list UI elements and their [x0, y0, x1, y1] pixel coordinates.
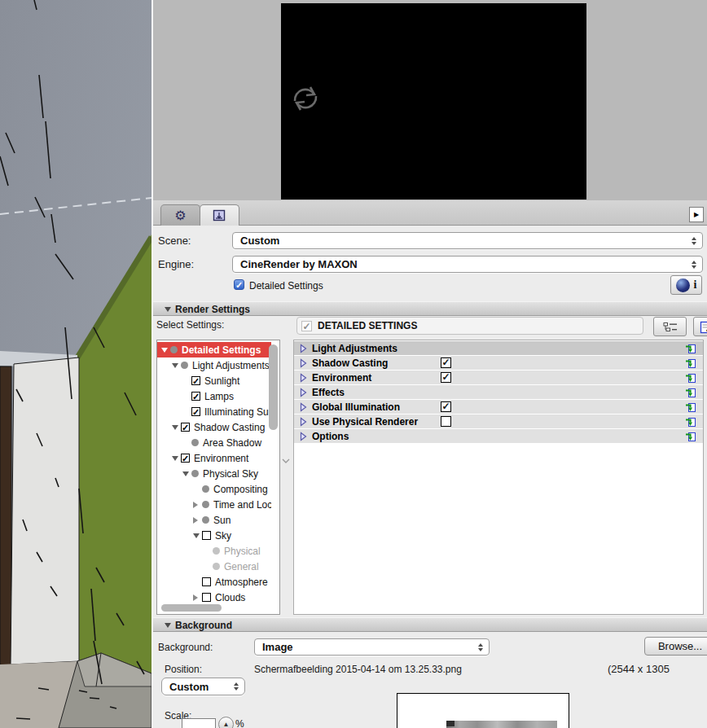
engine-select[interactable]: CineRender by MAXON [232, 256, 703, 273]
tree-item-label: Lamps [204, 391, 234, 402]
detail-row-options[interactable]: Options [294, 429, 703, 443]
disclosure-closed-icon[interactable] [300, 417, 307, 427]
import-settings-icon[interactable] [685, 343, 696, 354]
tree-item-clouds[interactable]: Clouds [157, 590, 271, 605]
import-settings-icon[interactable] [685, 416, 696, 428]
tab-size-settings[interactable] [200, 204, 239, 226]
background-form: Background: Image Browse... Position: Sc… [153, 632, 707, 728]
tree-item-environment[interactable]: ✓Environment [157, 450, 271, 466]
disclosure-open-icon[interactable] [161, 348, 170, 353]
tree-item-area-shadow[interactable]: Area Shadow [157, 435, 271, 450]
detail-row-shadow-casting[interactable]: Shadow Casting✓ [294, 356, 703, 370]
row-checkbox-checked[interactable]: ✓ [441, 401, 451, 412]
detail-row-effects[interactable]: Effects [294, 385, 703, 399]
tree-checkbox-unchecked[interactable] [202, 593, 211, 602]
tree-item-atmosphere[interactable]: Atmosphere [157, 574, 271, 590]
disclosure-closed-icon[interactable] [193, 502, 202, 508]
tree-checkbox-checked[interactable]: ✓ [191, 392, 200, 401]
select-arrows-icon [478, 643, 483, 651]
bullet-icon [181, 362, 188, 369]
position-label: Position: [165, 664, 202, 675]
detail-row-global-illumination[interactable]: Global Illumination✓ [294, 400, 703, 414]
header-check-icon: ✓ [301, 321, 312, 331]
scene-select[interactable]: Custom [232, 232, 703, 249]
tree-vertical-scrollbar[interactable] [269, 344, 278, 430]
bullet-icon [191, 470, 199, 477]
tree-item-light-adjustments[interactable]: Light Adjustments [157, 357, 271, 373]
panel-resize-handle[interactable] [281, 456, 291, 466]
tree-item-sunlight[interactable]: ✓Sunlight [157, 373, 271, 388]
tree-checkbox-checked[interactable]: ✓ [191, 407, 200, 416]
edit-settings-button[interactable] [693, 317, 707, 336]
tree-item-label: Light Adjustments [192, 360, 270, 371]
disclosure-closed-icon[interactable] [193, 517, 202, 524]
tree-item-label: General [224, 561, 259, 572]
background-select[interactable]: Image [254, 638, 490, 656]
tree-item-label: Area Shadow [203, 437, 261, 449]
select-settings-label: Select Settings: [156, 319, 224, 331]
disclosure-closed-icon[interactable] [300, 432, 307, 441]
disclosure-closed-icon[interactable] [300, 402, 307, 412]
thumbnail-detail [446, 721, 455, 726]
position-mode-select[interactable]: Custom [161, 678, 245, 695]
disclosure-open-icon[interactable] [193, 533, 202, 538]
detail-row-label: Shadow Casting [312, 357, 388, 369]
tree-item-physical-sky[interactable]: Physical Sky [157, 466, 271, 481]
tree-checkbox-unchecked[interactable] [202, 531, 211, 540]
detail-row-environment[interactable]: Environment✓ [294, 371, 703, 384]
tree-item-shadow-casting[interactable]: ✓Shadow Casting [157, 419, 271, 435]
engine-info-button[interactable]: i [670, 275, 702, 295]
disclosure-open-icon[interactable] [182, 471, 191, 476]
disclosure-closed-icon[interactable] [300, 388, 307, 397]
tree-checkbox-checked[interactable]: ✓ [181, 454, 190, 463]
3d-viewport[interactable] [0, 0, 152, 728]
stepper-up-icon: ▲ [223, 721, 230, 728]
tree-item-illuminating-surfaces[interactable]: ✓Illuminating Surfaces [157, 404, 271, 419]
row-checkbox-checked[interactable]: ✓ [441, 372, 451, 383]
bullet-icon [213, 563, 220, 570]
detail-row-light-adjustments[interactable]: Light Adjustments [294, 341, 703, 355]
tree-item-general[interactable]: General [157, 559, 271, 574]
import-settings-icon[interactable] [685, 387, 696, 398]
tree-item-sky[interactable]: Sky [157, 528, 271, 543]
tree-item-lamps[interactable]: ✓Lamps [157, 388, 271, 404]
detail-row-label: Light Adjustments [312, 343, 397, 354]
select-arrows-icon [692, 237, 696, 245]
disclosure-closed-icon[interactable] [300, 373, 307, 383]
background-section-header[interactable]: Background [153, 617, 707, 632]
browse-button[interactable]: Browse... [644, 637, 707, 656]
disclosure-closed-icon[interactable] [193, 594, 202, 601]
tree-checkbox-checked[interactable]: ✓ [191, 376, 200, 385]
import-settings-icon[interactable] [685, 401, 696, 413]
row-checkbox-unchecked[interactable] [441, 416, 451, 427]
tree-horizontal-scrollbar[interactable] [161, 604, 222, 612]
detail-row-use-physical-renderer[interactable]: Use Physical Renderer [294, 414, 703, 428]
detailed-settings-checkbox[interactable]: ✓ [234, 279, 244, 290]
import-settings-icon[interactable] [685, 372, 696, 384]
background-image-preview [397, 693, 569, 728]
tree-checkbox-checked[interactable]: ✓ [181, 423, 190, 432]
render-settings-section-header[interactable]: Render Settings [153, 301, 707, 316]
tab-overflow-button[interactable]: ▶ [689, 207, 704, 222]
tree-item-detailed-settings[interactable]: Detailed Settings [157, 342, 271, 357]
tree-item-compositing[interactable]: Compositing [157, 481, 271, 497]
import-settings-icon[interactable] [685, 357, 696, 369]
tree-view-button[interactable] [653, 317, 687, 336]
import-settings-icon[interactable] [685, 431, 696, 442]
disclosure-closed-icon[interactable] [300, 344, 307, 353]
disclosure-closed-icon[interactable] [300, 358, 307, 368]
scale-stepper[interactable]: ▲ [218, 717, 234, 728]
tab-general-settings[interactable]: ⚙ [160, 204, 200, 226]
disclosure-open-icon[interactable] [172, 363, 181, 368]
tree-item-label: Time and Location [213, 499, 271, 511]
scale-input[interactable] [182, 718, 216, 728]
tree-item-time-and-location[interactable]: Time and Location [157, 497, 271, 512]
tree-item-sun[interactable]: Sun [157, 512, 271, 528]
disclosure-open-icon[interactable] [172, 456, 181, 461]
browse-button-label: Browse... [658, 640, 702, 652]
tree-checkbox-unchecked[interactable] [202, 577, 211, 586]
tree-item-physical[interactable]: Physical [157, 543, 271, 559]
detail-row-label: Global Illumination [312, 401, 400, 413]
disclosure-open-icon[interactable] [172, 425, 181, 430]
row-checkbox-checked[interactable]: ✓ [441, 357, 451, 368]
